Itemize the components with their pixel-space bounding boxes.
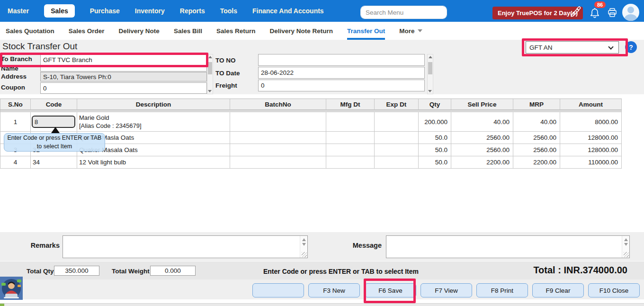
remarks-label: Remarks: [19, 242, 60, 249]
form-left-scrollbar[interactable]: [207, 54, 213, 94]
total-qty-label: Total Qty: [27, 268, 54, 275]
name-label: Name: [1, 65, 18, 72]
main-menu: Master Sales Purchase Inventory Reports …: [8, 0, 324, 22]
col-header-code: Code: [31, 99, 77, 109]
code-input[interactable]: 8: [32, 116, 75, 128]
code-tooltip: Enter Code or press ENTER or TAB to sele…: [4, 133, 105, 152]
menu-item-finance-and-accounts[interactable]: Finance And Accounts: [252, 7, 324, 15]
message-label: Message: [331, 242, 382, 249]
name-input[interactable]: [40, 66, 207, 72]
to-branch-input[interactable]: [40, 54, 207, 65]
chevron-down-icon: [418, 29, 422, 32]
f3-new-button[interactable]: F3 New: [308, 283, 360, 297]
scroll-down-icon[interactable]: [624, 243, 628, 246]
remarks-band: Remarks Message: [0, 232, 644, 261]
totals-band: Total Qty Total Weight Enter Code or pre…: [0, 261, 644, 279]
support-chat-icon[interactable]: [0, 277, 23, 300]
tab-delivery-note[interactable]: Delivery Note: [119, 22, 160, 40]
f10-close-button[interactable]: F10 Close: [588, 283, 640, 297]
resize-grip-icon[interactable]: [624, 252, 629, 257]
blank-button[interactable]: [252, 283, 304, 297]
branch-select[interactable]: GFT AN: [526, 41, 619, 54]
to-no-label: TO NO: [215, 57, 236, 64]
col-header-amount: Amount: [560, 99, 622, 109]
paint-brush-icon[interactable]: [570, 6, 582, 20]
col-header-mrp: MRP: [513, 99, 560, 109]
user-avatar[interactable]: [622, 4, 639, 21]
col-header-qty: Qty: [419, 99, 451, 109]
coupon-label: Coupon: [1, 84, 25, 91]
grand-total-text: Total : INR.374000.00: [511, 265, 627, 276]
help-icon[interactable]: ?: [625, 41, 637, 53]
menu-item-sales[interactable]: Sales: [44, 4, 75, 18]
address-input[interactable]: [40, 72, 207, 81]
top-menu-bar: Master Sales Purchase Inventory Reports …: [0, 0, 644, 22]
menu-item-purchase[interactable]: Purchase: [90, 7, 120, 15]
scroll-down-icon[interactable]: [208, 90, 212, 92]
form-right-scrollbar[interactable]: [427, 54, 433, 94]
menu-item-tools[interactable]: Tools: [220, 7, 237, 15]
to-no-input[interactable]: [258, 54, 425, 66]
resize-grip-icon[interactable]: [302, 252, 307, 257]
freight-input[interactable]: [258, 80, 425, 91]
message-box: [386, 235, 630, 258]
table-header-row: S.No Code Description BatchNo Mfg Dt Exp…: [0, 99, 622, 110]
search-input[interactable]: [361, 6, 447, 18]
total-weight-label: Total Weight: [112, 268, 150, 275]
remarks-textarea[interactable]: [63, 236, 299, 258]
notifications-bell-icon[interactable]: [589, 7, 600, 21]
col-header-exp-dt: Exp Dt: [375, 99, 419, 109]
scrollbar-thumb[interactable]: [428, 62, 432, 74]
table-row: 4 34 12 Volt light bulb 50.0 2200.00 220…: [0, 156, 622, 169]
col-header-batchno: BatchNo: [230, 99, 326, 109]
tab-more[interactable]: More: [399, 22, 422, 40]
menu-item-inventory[interactable]: Inventory: [135, 7, 165, 15]
freight-label: Freight: [215, 82, 237, 89]
address-label: Address: [1, 73, 27, 80]
f7-view-button[interactable]: F7 View: [420, 283, 472, 297]
total-qty-input[interactable]: [54, 266, 99, 276]
sales-submenu: Sales Quotation Sales Order Delivery Not…: [0, 22, 644, 40]
scroll-up-icon[interactable]: [624, 238, 628, 241]
total-weight-input[interactable]: [150, 266, 196, 276]
col-header-mfg-dt: Mfg Dt: [326, 99, 375, 109]
tooltip-arrow-icon: [51, 127, 60, 133]
scroll-up-icon[interactable]: [302, 238, 306, 241]
tab-sales-order[interactable]: Sales Order: [69, 22, 105, 40]
scroll-down-icon[interactable]: [302, 243, 306, 246]
footer-strip: [0, 303, 644, 306]
to-date-input[interactable]: [258, 67, 425, 79]
page-title: Stock Transfer Out: [2, 41, 77, 52]
to-date-label: TO Date: [215, 70, 240, 77]
tab-sales-quotation[interactable]: Sales Quotation: [6, 22, 54, 40]
remarks-box: [63, 235, 308, 258]
function-buttons-band: F3 New F6 Save F7 View F8 Print F9 Clear…: [0, 279, 644, 299]
print-icon[interactable]: [607, 8, 618, 20]
f9-clear-button[interactable]: F9 Clear: [532, 283, 584, 297]
transfer-header-form: Stock Transfer Out To Branch Name Addres…: [0, 40, 644, 94]
f6-save-button[interactable]: F6 Save: [365, 283, 416, 297]
table-row: 1 8 Marie Gold [Alias Code : 2345679] 20…: [0, 112, 622, 132]
message-textarea[interactable]: [386, 236, 621, 258]
scroll-up-icon[interactable]: [429, 56, 432, 58]
f8-print-button[interactable]: F8 Print: [476, 283, 528, 297]
col-header-sell-price: Sell Price: [451, 99, 513, 109]
col-header-sno: S.No: [0, 99, 31, 109]
status-hint-text: Enter Code or press ENTER or TAB to sele…: [204, 268, 478, 275]
scrollbar-thumb[interactable]: [208, 62, 212, 74]
notification-count-badge: 86: [594, 1, 606, 8]
to-branch-label: To Branch: [1, 55, 32, 63]
menu-item-master[interactable]: Master: [8, 7, 29, 15]
col-header-description: Description: [77, 99, 230, 109]
menu-item-reports[interactable]: Reports: [180, 7, 205, 15]
avatar-person-icon: [627, 7, 634, 13]
scroll-down-icon[interactable]: [428, 90, 432, 92]
tab-sales-bill[interactable]: Sales Bill: [174, 22, 202, 40]
tab-sales-return[interactable]: Sales Return: [216, 22, 256, 40]
tab-transfer-out[interactable]: Transfer Out: [347, 22, 385, 40]
tab-delivery-note-return[interactable]: Delivery Note Return: [269, 22, 333, 40]
scroll-up-icon[interactable]: [208, 56, 212, 58]
footer-icon-fragment: [0, 304, 4, 306]
chevron-down-icon: [608, 44, 613, 49]
coupon-input[interactable]: [40, 82, 207, 94]
